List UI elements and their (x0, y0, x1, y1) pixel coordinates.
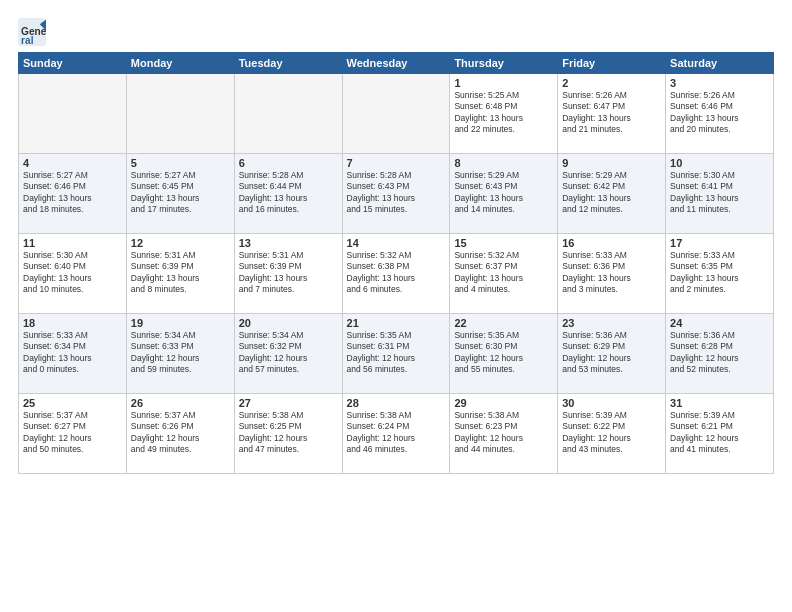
day-number: 20 (239, 317, 338, 329)
header: Gene ral (18, 18, 774, 46)
day-detail: Sunrise: 5:29 AM Sunset: 6:43 PM Dayligh… (454, 170, 553, 216)
day-detail: Sunrise: 5:26 AM Sunset: 6:47 PM Dayligh… (562, 90, 661, 136)
calendar-cell: 6Sunrise: 5:28 AM Sunset: 6:44 PM Daylig… (234, 154, 342, 234)
day-number: 2 (562, 77, 661, 89)
calendar-week-3: 11Sunrise: 5:30 AM Sunset: 6:40 PM Dayli… (19, 234, 774, 314)
calendar-cell: 3Sunrise: 5:26 AM Sunset: 6:46 PM Daylig… (666, 74, 774, 154)
day-detail: Sunrise: 5:37 AM Sunset: 6:26 PM Dayligh… (131, 410, 230, 456)
calendar-cell: 27Sunrise: 5:38 AM Sunset: 6:25 PM Dayli… (234, 394, 342, 474)
day-detail: Sunrise: 5:34 AM Sunset: 6:33 PM Dayligh… (131, 330, 230, 376)
day-number: 31 (670, 397, 769, 409)
calendar-cell (19, 74, 127, 154)
day-number: 14 (347, 237, 446, 249)
day-detail: Sunrise: 5:31 AM Sunset: 6:39 PM Dayligh… (239, 250, 338, 296)
day-number: 18 (23, 317, 122, 329)
day-detail: Sunrise: 5:27 AM Sunset: 6:45 PM Dayligh… (131, 170, 230, 216)
day-number: 10 (670, 157, 769, 169)
calendar-header-monday: Monday (126, 53, 234, 74)
day-number: 17 (670, 237, 769, 249)
calendar-cell (234, 74, 342, 154)
svg-text:ral: ral (21, 35, 34, 46)
calendar-cell: 31Sunrise: 5:39 AM Sunset: 6:21 PM Dayli… (666, 394, 774, 474)
calendar-cell: 19Sunrise: 5:34 AM Sunset: 6:33 PM Dayli… (126, 314, 234, 394)
day-number: 4 (23, 157, 122, 169)
day-detail: Sunrise: 5:27 AM Sunset: 6:46 PM Dayligh… (23, 170, 122, 216)
calendar-header-friday: Friday (558, 53, 666, 74)
day-detail: Sunrise: 5:39 AM Sunset: 6:22 PM Dayligh… (562, 410, 661, 456)
day-detail: Sunrise: 5:38 AM Sunset: 6:24 PM Dayligh… (347, 410, 446, 456)
day-detail: Sunrise: 5:38 AM Sunset: 6:23 PM Dayligh… (454, 410, 553, 456)
day-number: 1 (454, 77, 553, 89)
calendar-cell: 25Sunrise: 5:37 AM Sunset: 6:27 PM Dayli… (19, 394, 127, 474)
calendar-cell: 13Sunrise: 5:31 AM Sunset: 6:39 PM Dayli… (234, 234, 342, 314)
day-detail: Sunrise: 5:36 AM Sunset: 6:29 PM Dayligh… (562, 330, 661, 376)
page: Gene ral SundayMondayTuesdayWednesdayThu… (0, 0, 792, 612)
day-detail: Sunrise: 5:33 AM Sunset: 6:34 PM Dayligh… (23, 330, 122, 376)
day-detail: Sunrise: 5:37 AM Sunset: 6:27 PM Dayligh… (23, 410, 122, 456)
calendar-cell: 7Sunrise: 5:28 AM Sunset: 6:43 PM Daylig… (342, 154, 450, 234)
day-number: 7 (347, 157, 446, 169)
calendar-cell (126, 74, 234, 154)
day-detail: Sunrise: 5:35 AM Sunset: 6:30 PM Dayligh… (454, 330, 553, 376)
day-detail: Sunrise: 5:33 AM Sunset: 6:36 PM Dayligh… (562, 250, 661, 296)
day-detail: Sunrise: 5:35 AM Sunset: 6:31 PM Dayligh… (347, 330, 446, 376)
calendar-table: SundayMondayTuesdayWednesdayThursdayFrid… (18, 52, 774, 474)
day-number: 29 (454, 397, 553, 409)
calendar-cell: 2Sunrise: 5:26 AM Sunset: 6:47 PM Daylig… (558, 74, 666, 154)
day-detail: Sunrise: 5:30 AM Sunset: 6:40 PM Dayligh… (23, 250, 122, 296)
calendar-cell: 9Sunrise: 5:29 AM Sunset: 6:42 PM Daylig… (558, 154, 666, 234)
calendar-cell (342, 74, 450, 154)
day-number: 5 (131, 157, 230, 169)
day-number: 11 (23, 237, 122, 249)
calendar-cell: 30Sunrise: 5:39 AM Sunset: 6:22 PM Dayli… (558, 394, 666, 474)
calendar-cell: 24Sunrise: 5:36 AM Sunset: 6:28 PM Dayli… (666, 314, 774, 394)
day-number: 30 (562, 397, 661, 409)
calendar-cell: 14Sunrise: 5:32 AM Sunset: 6:38 PM Dayli… (342, 234, 450, 314)
calendar-header-saturday: Saturday (666, 53, 774, 74)
day-detail: Sunrise: 5:34 AM Sunset: 6:32 PM Dayligh… (239, 330, 338, 376)
calendar-cell: 1Sunrise: 5:25 AM Sunset: 6:48 PM Daylig… (450, 74, 558, 154)
day-number: 3 (670, 77, 769, 89)
calendar-cell: 11Sunrise: 5:30 AM Sunset: 6:40 PM Dayli… (19, 234, 127, 314)
day-number: 8 (454, 157, 553, 169)
day-detail: Sunrise: 5:32 AM Sunset: 6:38 PM Dayligh… (347, 250, 446, 296)
day-detail: Sunrise: 5:26 AM Sunset: 6:46 PM Dayligh… (670, 90, 769, 136)
day-number: 19 (131, 317, 230, 329)
calendar-cell: 4Sunrise: 5:27 AM Sunset: 6:46 PM Daylig… (19, 154, 127, 234)
calendar-week-4: 18Sunrise: 5:33 AM Sunset: 6:34 PM Dayli… (19, 314, 774, 394)
calendar-cell: 20Sunrise: 5:34 AM Sunset: 6:32 PM Dayli… (234, 314, 342, 394)
day-number: 24 (670, 317, 769, 329)
generalblue-logo-icon: Gene ral (18, 18, 46, 46)
day-detail: Sunrise: 5:32 AM Sunset: 6:37 PM Dayligh… (454, 250, 553, 296)
calendar-cell: 26Sunrise: 5:37 AM Sunset: 6:26 PM Dayli… (126, 394, 234, 474)
calendar-header-sunday: Sunday (19, 53, 127, 74)
day-detail: Sunrise: 5:38 AM Sunset: 6:25 PM Dayligh… (239, 410, 338, 456)
day-number: 23 (562, 317, 661, 329)
day-number: 12 (131, 237, 230, 249)
day-detail: Sunrise: 5:28 AM Sunset: 6:43 PM Dayligh… (347, 170, 446, 216)
calendar-header-row: SundayMondayTuesdayWednesdayThursdayFrid… (19, 53, 774, 74)
day-detail: Sunrise: 5:25 AM Sunset: 6:48 PM Dayligh… (454, 90, 553, 136)
calendar-cell: 23Sunrise: 5:36 AM Sunset: 6:29 PM Dayli… (558, 314, 666, 394)
calendar-header-wednesday: Wednesday (342, 53, 450, 74)
calendar-cell: 5Sunrise: 5:27 AM Sunset: 6:45 PM Daylig… (126, 154, 234, 234)
day-detail: Sunrise: 5:33 AM Sunset: 6:35 PM Dayligh… (670, 250, 769, 296)
day-detail: Sunrise: 5:31 AM Sunset: 6:39 PM Dayligh… (131, 250, 230, 296)
day-detail: Sunrise: 5:30 AM Sunset: 6:41 PM Dayligh… (670, 170, 769, 216)
calendar-cell: 22Sunrise: 5:35 AM Sunset: 6:30 PM Dayli… (450, 314, 558, 394)
calendar-cell: 17Sunrise: 5:33 AM Sunset: 6:35 PM Dayli… (666, 234, 774, 314)
day-number: 6 (239, 157, 338, 169)
calendar-header-thursday: Thursday (450, 53, 558, 74)
day-number: 22 (454, 317, 553, 329)
calendar-cell: 28Sunrise: 5:38 AM Sunset: 6:24 PM Dayli… (342, 394, 450, 474)
day-number: 21 (347, 317, 446, 329)
logo: Gene ral (18, 18, 50, 46)
calendar-cell: 12Sunrise: 5:31 AM Sunset: 6:39 PM Dayli… (126, 234, 234, 314)
day-number: 27 (239, 397, 338, 409)
day-detail: Sunrise: 5:28 AM Sunset: 6:44 PM Dayligh… (239, 170, 338, 216)
calendar-cell: 8Sunrise: 5:29 AM Sunset: 6:43 PM Daylig… (450, 154, 558, 234)
day-detail: Sunrise: 5:29 AM Sunset: 6:42 PM Dayligh… (562, 170, 661, 216)
calendar-cell: 10Sunrise: 5:30 AM Sunset: 6:41 PM Dayli… (666, 154, 774, 234)
day-detail: Sunrise: 5:39 AM Sunset: 6:21 PM Dayligh… (670, 410, 769, 456)
calendar-cell: 16Sunrise: 5:33 AM Sunset: 6:36 PM Dayli… (558, 234, 666, 314)
